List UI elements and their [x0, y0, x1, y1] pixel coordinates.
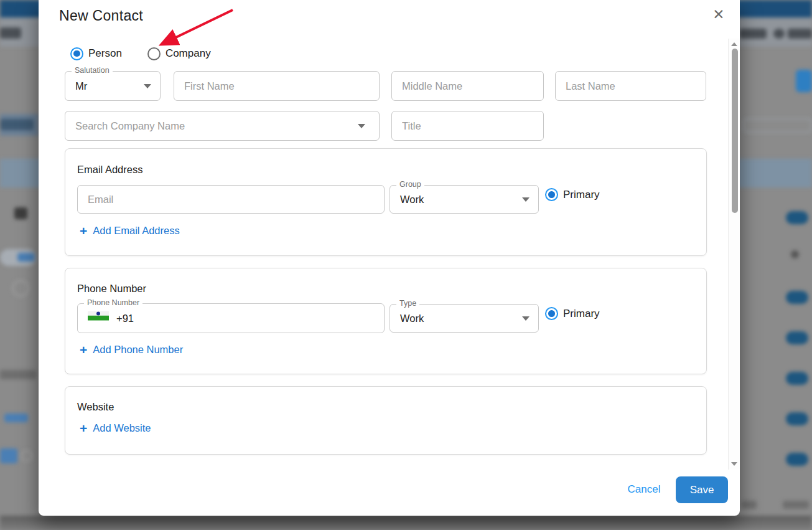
website-section-card: Website + Add Website — [65, 386, 707, 455]
phone-field[interactable]: Phone Number +91 — [77, 303, 385, 333]
background-toolbar-item — [788, 29, 812, 39]
background-toolbar-item — [0, 27, 21, 39]
phone-type-value: Work — [400, 313, 424, 324]
website-section-heading: Website — [77, 401, 114, 413]
background-toggle — [786, 453, 808, 466]
email-primary-label: Primary — [563, 189, 600, 201]
background-bottom-strip — [0, 516, 812, 530]
email-section-card: Email Address Group Work Primary + Add E… — [65, 148, 707, 256]
email-group-select[interactable]: Group Work — [390, 185, 539, 214]
middle-name-input[interactable] — [392, 72, 543, 100]
background-badge — [0, 448, 17, 463]
person-radio-label: Person — [88, 47, 122, 60]
company-search-placeholder: Search Company Name — [75, 120, 185, 132]
scrollbar-down-icon[interactable] — [731, 462, 737, 466]
chevron-down-icon — [358, 124, 365, 128]
phone-primary-radio-group: Primary — [545, 307, 600, 320]
email-primary-radio[interactable] — [545, 188, 558, 201]
phone-field-label: Phone Number — [84, 298, 142, 307]
add-email-label: Add Email Address — [93, 225, 179, 237]
background-tab-label — [0, 119, 34, 130]
person-radio[interactable] — [70, 47, 83, 60]
background-pagination — [783, 501, 809, 509]
scrollbar-thumb[interactable] — [732, 49, 738, 213]
email-section-heading: Email Address — [77, 164, 142, 176]
background-toolbar-icon — [773, 29, 785, 39]
background-avatar-circle — [21, 450, 33, 462]
add-website-button[interactable]: + Add Website — [80, 422, 151, 434]
company-radio[interactable] — [147, 47, 161, 60]
chevron-down-icon — [522, 316, 530, 321]
chevron-down-icon — [522, 197, 530, 202]
background-toggle — [786, 372, 808, 385]
background-toggle — [786, 331, 808, 344]
plus-icon: + — [80, 344, 87, 356]
email-input[interactable] — [78, 186, 384, 213]
company-radio-label: Company — [166, 47, 211, 60]
first-name-input[interactable] — [174, 72, 379, 100]
background-avatar-circle — [12, 280, 29, 297]
cancel-button[interactable]: Cancel — [622, 476, 666, 503]
save-button[interactable]: Save — [676, 476, 728, 503]
background-toolbar-item — [739, 29, 767, 39]
india-flag-icon — [88, 311, 109, 326]
plus-icon: + — [80, 423, 87, 434]
email-primary-radio-group: Primary — [545, 188, 600, 201]
phone-primary-radio[interactable] — [545, 307, 558, 320]
email-group-value: Work — [400, 194, 424, 206]
background-search-field — [743, 118, 812, 133]
background-text — [0, 370, 36, 379]
phone-section-card: Phone Number Phone Number +91 Type Work … — [65, 268, 707, 374]
salutation-label: Salutation — [72, 66, 113, 75]
background-pagination — [742, 501, 757, 509]
add-website-label: Add Website — [93, 422, 151, 434]
phone-type-label: Type — [396, 299, 419, 308]
phone-primary-label: Primary — [563, 308, 600, 320]
contact-type-radio-group: Person Company — [70, 46, 211, 61]
background-toggle — [786, 291, 808, 304]
add-phone-button[interactable]: + Add Phone Number — [80, 344, 183, 356]
email-field — [77, 185, 385, 214]
scrollbar-up-icon[interactable] — [731, 42, 737, 46]
title-field — [391, 111, 544, 141]
background-contact-icon — [14, 207, 27, 219]
phone-section-heading: Phone Number — [77, 283, 146, 295]
add-email-button[interactable]: + Add Email Address — [80, 225, 180, 237]
dialog-title: New Contact — [59, 7, 143, 24]
title-input[interactable] — [392, 111, 543, 140]
background-chip-label — [17, 253, 35, 262]
background-toggle — [786, 211, 808, 224]
background-primary-button — [796, 70, 812, 92]
new-contact-dialog: New Contact ✕ Person Company Salutation … — [39, 0, 740, 516]
plus-icon: + — [80, 225, 87, 237]
background-link — [4, 414, 28, 422]
close-icon[interactable]: ✕ — [709, 5, 728, 24]
last-name-input[interactable] — [556, 72, 706, 100]
chevron-down-icon — [144, 84, 151, 88]
add-phone-label: Add Phone Number — [93, 344, 183, 356]
phone-type-select[interactable]: Type Work — [390, 304, 539, 333]
email-group-label: Group — [396, 180, 424, 189]
salutation-select[interactable]: Salutation Mr — [65, 71, 161, 101]
company-search-select[interactable]: Search Company Name — [65, 111, 380, 141]
last-name-field — [555, 71, 706, 101]
background-dot — [791, 250, 799, 258]
background-toggle — [786, 412, 808, 425]
first-name-field — [174, 71, 380, 101]
dial-code: +91 — [116, 313, 134, 324]
dialog-scrollbar[interactable] — [728, 39, 740, 470]
salutation-value: Mr — [75, 80, 87, 92]
middle-name-field — [391, 71, 544, 101]
